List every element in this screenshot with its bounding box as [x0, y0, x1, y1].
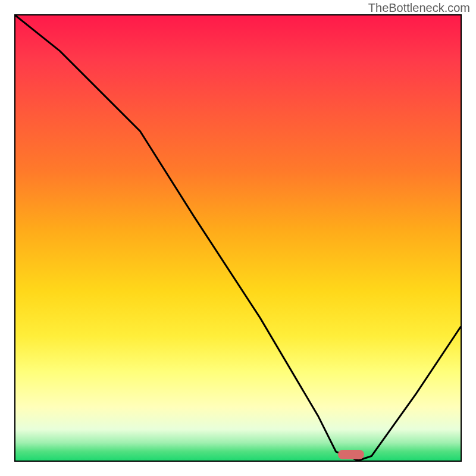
chart-curve-svg	[15, 15, 461, 461]
chart-plot-area	[14, 14, 462, 462]
bottleneck-curve-line	[15, 15, 461, 461]
watermark-text: TheBottleneck.com	[368, 1, 470, 15]
optimal-point-marker	[338, 450, 364, 459]
